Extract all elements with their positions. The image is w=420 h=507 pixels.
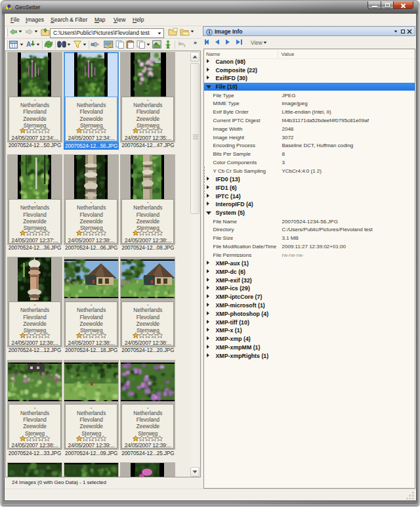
- svg-text:A: A: [26, 41, 31, 48]
